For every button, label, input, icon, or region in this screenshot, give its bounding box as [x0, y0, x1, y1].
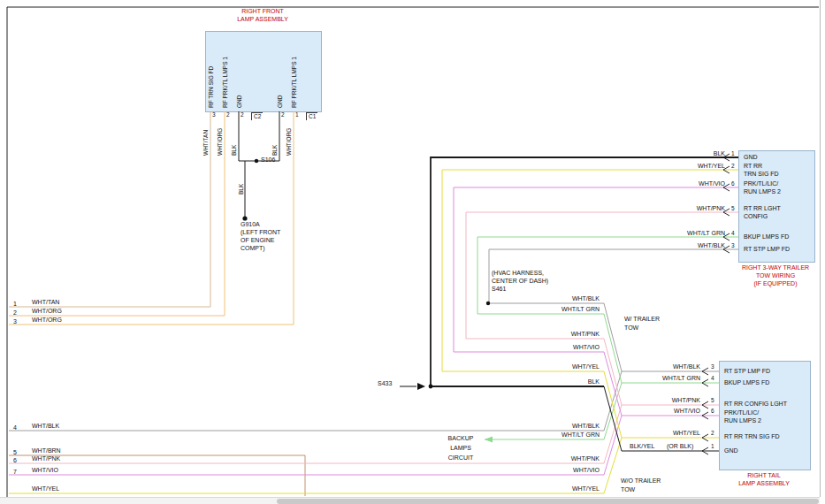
wire-label: WHT/BRN	[32, 447, 61, 454]
front-pin-signal: RF PRK/TL LMPS 1	[222, 57, 228, 108]
pin-signal: RT STP LMP FD	[744, 246, 790, 253]
pin-signal: RT RR	[744, 163, 762, 170]
front-lamp-title-line1: RIGHT FRONT	[212, 8, 313, 15]
join-blk-yel-pin1	[604, 386, 719, 451]
wire-label: WHT/YEL	[644, 430, 700, 437]
backup-lamps-line1: BACKUP	[440, 435, 481, 442]
tow-box-caption-line3: (IF EQUIPPED)	[725, 280, 825, 287]
wire-label: WHT/VIO	[543, 467, 600, 474]
pin-number: 5	[711, 397, 714, 404]
wire-label: WHT/BLK	[668, 242, 725, 249]
backup-circuit-arrow-icon	[485, 437, 493, 443]
wire-blk-trunk	[431, 157, 738, 386]
wire-label: WHT/YEL	[32, 485, 59, 493]
tail-box-caption-line1: RIGHT TAIL	[714, 472, 814, 479]
wire-label: WHT/PNK	[543, 455, 600, 462]
wire-label: WHT/LT GRN	[668, 230, 725, 237]
splice-s106-label: S106	[261, 157, 275, 164]
wire-label: WHT/ORG	[32, 317, 62, 324]
front-pin-number: 2	[241, 111, 244, 118]
backup-lamps-line3: CIRCUIT	[440, 454, 481, 462]
pin-number: 2	[731, 163, 735, 170]
front-pin-signal: RF PRK/TL LMPS 1	[291, 57, 297, 108]
wire-label: WHT/PNK	[668, 205, 725, 212]
pin-signal: GND	[724, 447, 738, 454]
wire-label: WHT/YEL	[543, 485, 600, 493]
pin-signal: RUN LMPS 2	[724, 417, 761, 424]
splice-s433-label: S433	[378, 380, 392, 387]
wiring-diagram-page: RIGHT FRONT LAMP ASSEMBLY RF TRN SIG FD …	[0, 0, 825, 504]
hvac-harness-line1: (HVAC HARNESS,	[492, 270, 544, 277]
pin-signal: CONFIG	[744, 213, 768, 220]
wire-label: WHT/VIO	[644, 408, 700, 415]
wire-label: WHT/YEL	[543, 363, 600, 370]
circuit-number: 1	[10, 301, 17, 308]
pin-signal: RT RR LGHT	[744, 205, 781, 212]
connector-tag-c1: C1	[306, 112, 317, 120]
pin-number: 1	[731, 150, 735, 157]
wire-label-vertical: BLK	[271, 145, 278, 156]
wire-layer	[0, 0, 825, 504]
wire-label: WHT/PNK	[543, 331, 600, 338]
with-trailer-tow-line2: TOW	[624, 325, 638, 332]
pin-number: 2	[711, 430, 714, 437]
wire-label: WHT/BLK	[543, 295, 600, 302]
wire-label: WHT/LT GRN	[644, 375, 700, 382]
pin-number: 3	[731, 242, 735, 249]
pin-number: 4	[731, 230, 735, 237]
pin-signal: PRK/TL/LIC/	[724, 409, 759, 416]
wire-label-vertical: WHT/ORG	[286, 128, 292, 156]
wire-label: WHT/BLK	[644, 363, 700, 370]
circuit-number: 3	[10, 318, 17, 325]
wire-label: WHT/LT GRN	[543, 306, 600, 313]
front-pin-number: 3	[212, 111, 216, 118]
front-pin-number: 2	[226, 111, 230, 118]
splice-s106-dot	[255, 159, 258, 163]
pin-number: 6	[711, 408, 714, 415]
pin-signal: RUN LMPS 2	[744, 188, 781, 195]
wire-label: BLK/YEL	[630, 443, 654, 450]
front-pin-signal: GND	[236, 95, 242, 108]
without-trailer-tow-line1: W/O TRAILER	[621, 477, 661, 485]
wire-wht-org-2	[9, 111, 294, 325]
scrollbar-thumb[interactable]	[277, 499, 819, 504]
wire-label-alt: (OR BLK)	[667, 443, 693, 450]
with-trailer-tow-line1: W/ TRAILER	[624, 316, 660, 323]
pin-signal: RT RR CONFIG LGHT	[724, 401, 787, 408]
pin-signal: PRK/TL/LIC/	[744, 180, 778, 187]
connector-tag-c2: C2	[251, 112, 263, 120]
wire-label: WHT/VIO	[668, 180, 725, 187]
backup-lamps-line2: LAMPS	[440, 445, 481, 452]
splice-s433-dot	[429, 385, 433, 389]
ground-g910a-dot	[242, 216, 247, 220]
front-lamp-title-line2: LAMP ASSEMBLY	[212, 16, 313, 23]
tow-box-caption-line1: RIGHT 3-WAY TRAILER	[725, 264, 825, 271]
tow-box-caption-line2: TOW WIRING	[725, 272, 825, 279]
front-pin-number: 2	[281, 111, 285, 118]
wire-label-vertical: BLK	[238, 184, 244, 195]
pin-signal: BKUP LMPS FD	[724, 379, 769, 386]
wire-label: WHT/YEL	[668, 163, 725, 170]
wire-label: BLK	[543, 378, 600, 386]
wire-label: WHT/ORG	[32, 308, 62, 315]
wire-label: WHT/VIO	[32, 467, 58, 474]
pin-signal: GND	[744, 154, 758, 161]
wire-wht-yel-trunk	[442, 170, 738, 371]
wire-wht-tan	[9, 111, 210, 307]
splice-pointer-arrow-icon	[417, 383, 425, 390]
wire-wht-org-1	[9, 111, 225, 316]
pin-number: 6	[731, 180, 735, 187]
wire-label: WHT/PNK	[32, 455, 60, 462]
wire-label: WHT/TAN	[32, 299, 59, 306]
circuit-number: 6	[10, 457, 17, 464]
ground-location-line3: COMPT)	[241, 245, 265, 252]
pin-signal: TRN SIG FD	[744, 171, 779, 178]
front-pin-signal: GND	[277, 95, 283, 108]
wire-label-vertical: WHT/ORG	[217, 128, 223, 156]
without-trailer-tow-line2: TOW	[621, 486, 635, 493]
window-right-edge	[820, 0, 821, 497]
pin-signal: BKUP LMPS FD	[744, 233, 789, 241]
horizontal-scrollbar[interactable]	[0, 497, 820, 504]
hvac-harness-line2: CENTER OF DASH)	[492, 278, 548, 285]
tail-box-caption-line2: LAMP ASSEMBLY	[714, 480, 814, 487]
